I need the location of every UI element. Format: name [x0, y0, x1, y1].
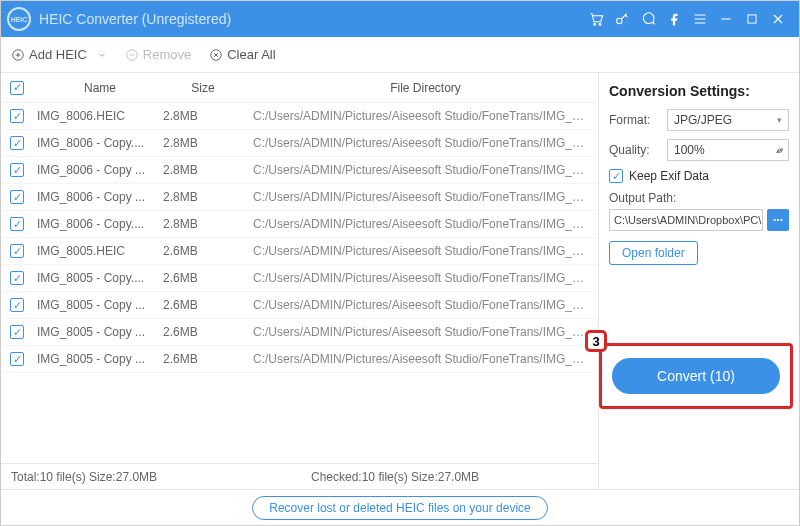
- add-heic-button[interactable]: Add HEIC: [11, 47, 107, 62]
- row-checkbox[interactable]: [10, 136, 24, 150]
- svg-rect-3: [748, 15, 756, 23]
- titlebar: HEIC HEIC Converter (Unregistered): [1, 1, 799, 37]
- file-name: IMG_8006.HEIC: [33, 109, 163, 123]
- browse-button[interactable]: ···: [767, 209, 789, 231]
- file-directory: C:/Users/ADMIN/Pictures/Aiseesoft Studio…: [243, 325, 598, 339]
- format-label: Format:: [609, 113, 661, 127]
- remove-button[interactable]: Remove: [125, 47, 191, 62]
- file-directory: C:/Users/ADMIN/Pictures/Aiseesoft Studio…: [243, 136, 598, 150]
- row-checkbox[interactable]: [10, 244, 24, 258]
- status-bar: Total:10 file(s) Size:27.0MB Checked:10 …: [1, 463, 598, 489]
- col-size-header[interactable]: Size: [163, 81, 243, 95]
- file-name: IMG_8006 - Copy....: [33, 217, 163, 231]
- keep-exif-checkbox[interactable]: [609, 169, 623, 183]
- minus-circle-icon: [125, 48, 139, 62]
- key-icon[interactable]: [609, 6, 635, 32]
- row-checkbox[interactable]: [10, 217, 24, 231]
- file-name: IMG_8005 - Copy ...: [33, 352, 163, 366]
- table-row[interactable]: IMG_8005 - Copy ...2.6MBC:/Users/ADMIN/P…: [1, 346, 598, 373]
- file-name: IMG_8005 - Copy....: [33, 271, 163, 285]
- close-icon[interactable]: [765, 6, 791, 32]
- file-name: IMG_8006 - Copy....: [33, 136, 163, 150]
- quality-select[interactable]: 100% ▴▾: [667, 139, 789, 161]
- output-path-field[interactable]: C:\Users\ADMIN\Dropbox\PC\: [609, 209, 763, 231]
- cart-icon[interactable]: [583, 6, 609, 32]
- col-name-header[interactable]: Name: [33, 81, 163, 95]
- file-directory: C:/Users/ADMIN/Pictures/Aiseesoft Studio…: [243, 217, 598, 231]
- settings-heading: Conversion Settings:: [609, 83, 789, 99]
- table-row[interactable]: IMG_8005 - Copy....2.6MBC:/Users/ADMIN/P…: [1, 265, 598, 292]
- table-row[interactable]: IMG_8006 - Copy....2.8MBC:/Users/ADMIN/P…: [1, 211, 598, 238]
- file-directory: C:/Users/ADMIN/Pictures/Aiseesoft Studio…: [243, 163, 598, 177]
- select-all-checkbox[interactable]: [10, 81, 24, 95]
- chat-icon[interactable]: [635, 6, 661, 32]
- table-row[interactable]: IMG_8005 - Copy ...2.6MBC:/Users/ADMIN/P…: [1, 292, 598, 319]
- open-folder-button[interactable]: Open folder: [609, 241, 698, 265]
- row-checkbox[interactable]: [10, 109, 24, 123]
- file-directory: C:/Users/ADMIN/Pictures/Aiseesoft Studio…: [243, 298, 598, 312]
- svg-point-0: [594, 23, 596, 25]
- row-checkbox[interactable]: [10, 325, 24, 339]
- file-name: IMG_8006 - Copy ...: [33, 163, 163, 177]
- file-size: 2.6MB: [163, 352, 243, 366]
- app-title: HEIC Converter (Unregistered): [39, 11, 231, 27]
- table-row[interactable]: IMG_8006 - Copy ...2.8MBC:/Users/ADMIN/P…: [1, 157, 598, 184]
- file-rows: IMG_8006.HEIC2.8MBC:/Users/ADMIN/Picture…: [1, 103, 598, 463]
- svg-point-2: [617, 18, 622, 23]
- file-name: IMG_8005 - Copy ...: [33, 325, 163, 339]
- file-size: 2.6MB: [163, 325, 243, 339]
- file-size: 2.8MB: [163, 163, 243, 177]
- menu-icon[interactable]: [687, 6, 713, 32]
- recover-link[interactable]: Recover lost or deleted HEIC files on yo…: [252, 496, 547, 520]
- minimize-icon[interactable]: [713, 6, 739, 32]
- status-total: Total:10 file(s) Size:27.0MB: [11, 470, 311, 484]
- output-path-label: Output Path:: [609, 191, 789, 205]
- row-checkbox[interactable]: [10, 190, 24, 204]
- file-name: IMG_8006 - Copy ...: [33, 190, 163, 204]
- table-row[interactable]: IMG_8006.HEIC2.8MBC:/Users/ADMIN/Picture…: [1, 103, 598, 130]
- file-size: 2.6MB: [163, 298, 243, 312]
- table-row[interactable]: IMG_8006 - Copy ...2.8MBC:/Users/ADMIN/P…: [1, 184, 598, 211]
- facebook-icon[interactable]: [661, 6, 687, 32]
- remove-label: Remove: [143, 47, 191, 62]
- file-pane: Name Size File Directory IMG_8006.HEIC2.…: [1, 73, 599, 489]
- add-heic-label: Add HEIC: [29, 47, 87, 62]
- file-directory: C:/Users/ADMIN/Pictures/Aiseesoft Studio…: [243, 244, 598, 258]
- keep-exif-label: Keep Exif Data: [629, 169, 709, 183]
- table-row[interactable]: IMG_8005 - Copy ...2.6MBC:/Users/ADMIN/P…: [1, 319, 598, 346]
- table-header: Name Size File Directory: [1, 73, 598, 103]
- quality-label: Quality:: [609, 143, 661, 157]
- col-dir-header[interactable]: File Directory: [243, 81, 598, 95]
- row-checkbox[interactable]: [10, 352, 24, 366]
- format-select[interactable]: JPG/JPEG ▾: [667, 109, 789, 131]
- file-size: 2.6MB: [163, 244, 243, 258]
- table-row[interactable]: IMG_8006 - Copy....2.8MBC:/Users/ADMIN/P…: [1, 130, 598, 157]
- file-size: 2.8MB: [163, 190, 243, 204]
- file-size: 2.8MB: [163, 217, 243, 231]
- toolbar: Add HEIC Remove Clear All: [1, 37, 799, 73]
- convert-highlight: Convert (10): [599, 343, 793, 409]
- file-directory: C:/Users/ADMIN/Pictures/Aiseesoft Studio…: [243, 109, 598, 123]
- maximize-icon[interactable]: [739, 6, 765, 32]
- format-value: JPG/JPEG: [674, 113, 732, 127]
- app-logo: HEIC: [7, 7, 31, 31]
- file-name: IMG_8005 - Copy ...: [33, 298, 163, 312]
- convert-button[interactable]: Convert (10): [612, 358, 780, 394]
- file-directory: C:/Users/ADMIN/Pictures/Aiseesoft Studio…: [243, 190, 598, 204]
- plus-circle-icon: [11, 48, 25, 62]
- file-size: 2.8MB: [163, 109, 243, 123]
- clear-all-button[interactable]: Clear All: [209, 47, 275, 62]
- quality-value: 100%: [674, 143, 705, 157]
- row-checkbox[interactable]: [10, 163, 24, 177]
- file-directory: C:/Users/ADMIN/Pictures/Aiseesoft Studio…: [243, 271, 598, 285]
- chevron-down-icon: [97, 50, 107, 60]
- footer: Recover lost or deleted HEIC files on yo…: [1, 489, 799, 525]
- svg-point-1: [599, 23, 601, 25]
- settings-panel: Conversion Settings: Format: JPG/JPEG ▾ …: [599, 73, 799, 489]
- app-window: HEIC HEIC Converter (Unregistered) Add H…: [0, 0, 800, 526]
- row-checkbox[interactable]: [10, 271, 24, 285]
- table-row[interactable]: IMG_8005.HEIC2.6MBC:/Users/ADMIN/Picture…: [1, 238, 598, 265]
- file-name: IMG_8005.HEIC: [33, 244, 163, 258]
- row-checkbox[interactable]: [10, 298, 24, 312]
- x-circle-icon: [209, 48, 223, 62]
